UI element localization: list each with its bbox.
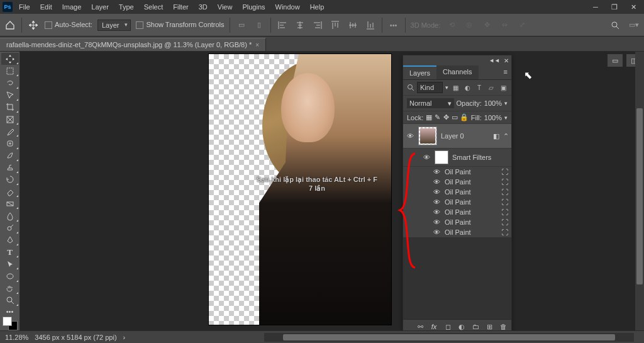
type-tool[interactable]: T — [1, 246, 19, 258]
frame-tool[interactable] — [1, 113, 19, 125]
visibility-icon[interactable]: 👁 — [432, 218, 441, 226]
align-bottom-icon[interactable] — [364, 19, 377, 31]
lock-position-icon[interactable]: ✥ — [443, 113, 449, 121]
pen-tool[interactable] — [1, 234, 19, 246]
more-icon[interactable]: ••• — [387, 19, 400, 31]
panel-close-icon[interactable]: ✕ — [504, 57, 509, 64]
lock-paint-icon[interactable]: ✎ — [435, 113, 440, 121]
visibility-icon[interactable]: 👁 — [432, 208, 441, 216]
filter-row[interactable]: 👁Oil Paint⛶ — [403, 167, 511, 177]
home-icon[interactable] — [4, 19, 16, 31]
close-button[interactable]: ✕ — [625, 0, 641, 14]
menu-layer[interactable]: Layer — [87, 2, 113, 12]
search-icon[interactable] — [609, 19, 621, 31]
filter-smart-icon[interactable]: ▣ — [499, 83, 508, 92]
link-layers-icon[interactable]: ⚯ — [416, 322, 425, 330]
foreground-color[interactable] — [3, 317, 12, 326]
align-top-icon[interactable] — [329, 19, 341, 31]
align-left-icon[interactable] — [276, 19, 289, 31]
filter-adjust-icon[interactable]: ◐ — [463, 83, 472, 92]
filter-row[interactable]: 👁Oil Paint⛶ — [403, 207, 511, 217]
align-center-icon[interactable] — [294, 19, 306, 31]
group-icon[interactable]: 🗀 — [471, 322, 480, 330]
document-tab-close-icon[interactable]: × — [255, 42, 259, 48]
filter-settings-icon[interactable]: ⛶ — [500, 208, 509, 216]
filter-settings-icon[interactable]: ⛶ — [500, 228, 509, 236]
opacity-value[interactable]: 100% — [484, 99, 502, 107]
align-right-icon[interactable] — [311, 19, 324, 31]
selection-tool[interactable] — [1, 89, 19, 101]
color-wells[interactable] — [3, 317, 18, 330]
workspace-switcher-icon[interactable]: ▭▾ — [628, 19, 640, 31]
filter-row[interactable]: 👁Oil Paint⛶ — [403, 177, 511, 187]
lock-all-icon[interactable]: 🔒 — [460, 113, 469, 121]
layer-mask-icon[interactable]: ◻ — [443, 322, 452, 330]
align-row-icon[interactable]: ▭ — [235, 19, 248, 31]
visibility-icon[interactable]: 👁 — [432, 168, 441, 176]
eyedropper-tool[interactable] — [1, 125, 19, 137]
blend-mode-dropdown[interactable]: Normal — [407, 98, 454, 108]
move-tool-icon[interactable] — [27, 19, 40, 31]
doc-dimensions[interactable]: 3456 px x 5184 px (72 ppi) — [35, 334, 116, 341]
filter-row[interactable]: 👁Oil Paint⛶ — [403, 217, 511, 227]
visibility-icon[interactable]: 👁 — [432, 178, 441, 186]
filter-shape-icon[interactable]: ▱ — [487, 83, 496, 92]
lasso-tool[interactable] — [1, 77, 19, 89]
menu-3d[interactable]: 3D — [195, 2, 211, 12]
filter-row[interactable]: 👁Oil Paint⛶ — [403, 227, 511, 237]
layer-0[interactable]: 👁 Layer 0 ◧ ⌃ — [403, 124, 511, 149]
menu-view[interactable]: View — [214, 2, 236, 12]
move-tool[interactable] — [1, 53, 19, 65]
panel-collapse-icon[interactable]: ◄◄ — [489, 57, 500, 64]
horizontal-scrollbar[interactable] — [264, 333, 634, 342]
vertical-scrollbar[interactable] — [635, 52, 644, 330]
dodge-tool[interactable] — [1, 222, 19, 234]
auto-select-target-dropdown[interactable]: Layer — [97, 20, 131, 31]
healing-tool[interactable] — [1, 137, 19, 149]
filter-row[interactable]: 👁Oil Paint⛶ — [403, 187, 511, 197]
smart-filters-mask[interactable] — [435, 150, 448, 164]
path-selection-tool[interactable] — [1, 258, 19, 270]
filter-settings-icon[interactable]: ⛶ — [500, 168, 509, 176]
brush-tool[interactable] — [1, 150, 19, 162]
visibility-icon[interactable]: 👁 — [406, 132, 414, 140]
canvas-area[interactable]: Sau khi lặp lại thao tác ALt + Ctrl + F … — [20, 52, 644, 330]
marquee-tool[interactable] — [1, 65, 19, 77]
filter-settings-icon[interactable]: ⛶ — [500, 218, 509, 226]
layer-name[interactable]: Layer 0 — [441, 132, 464, 140]
filter-pixel-icon[interactable]: ▦ — [451, 83, 460, 92]
hand-tool[interactable] — [1, 283, 19, 295]
align-middle-icon[interactable] — [347, 19, 359, 31]
crop-tool[interactable] — [1, 101, 19, 113]
minimize-button[interactable]: ─ — [587, 0, 604, 14]
show-transform-checkbox[interactable]: Show Transform Controls — [136, 21, 224, 29]
lock-transparency-icon[interactable]: ▦ — [426, 113, 432, 121]
filter-type-icon[interactable]: T — [475, 83, 484, 92]
edit-toolbar-icon[interactable]: ••• — [4, 308, 16, 315]
visibility-icon[interactable]: 👁 — [432, 228, 441, 236]
delete-layer-icon[interactable]: 🗑 — [499, 322, 508, 330]
tab-channels[interactable]: Channels — [436, 65, 478, 79]
adjustment-layer-icon[interactable]: ◐ — [457, 322, 466, 330]
menu-edit[interactable]: Edit — [36, 2, 56, 12]
layer-style-icon[interactable]: fx — [430, 322, 438, 330]
visibility-icon[interactable]: 👁 — [432, 188, 441, 196]
lock-artboard-icon[interactable]: ▭ — [452, 113, 458, 121]
visibility-icon[interactable]: 👁 — [432, 198, 441, 206]
filter-row[interactable]: 👁Oil Paint⛶ — [403, 197, 511, 207]
new-layer-icon[interactable]: ⊞ — [485, 322, 494, 330]
layer-thumbnail[interactable] — [418, 127, 437, 145]
fill-value[interactable]: 100% — [484, 114, 502, 121]
menu-image[interactable]: Image — [58, 2, 86, 12]
status-menu-icon[interactable]: › — [123, 334, 126, 341]
expand-icon[interactable]: ⌃ — [503, 132, 509, 140]
zoom-tool[interactable] — [1, 295, 19, 306]
menu-select[interactable]: Select — [140, 2, 167, 12]
filter-settings-icon[interactable]: ⛶ — [500, 198, 509, 206]
smart-filters-row[interactable]: 👁 Smart Filters — [403, 149, 511, 167]
menu-type[interactable]: Type — [115, 2, 138, 12]
history-brush-tool[interactable] — [1, 174, 19, 186]
artboard-tool-icon[interactable]: ▭ — [608, 54, 623, 67]
clone-stamp-tool[interactable] — [1, 162, 19, 174]
eraser-tool[interactable] — [1, 186, 19, 198]
